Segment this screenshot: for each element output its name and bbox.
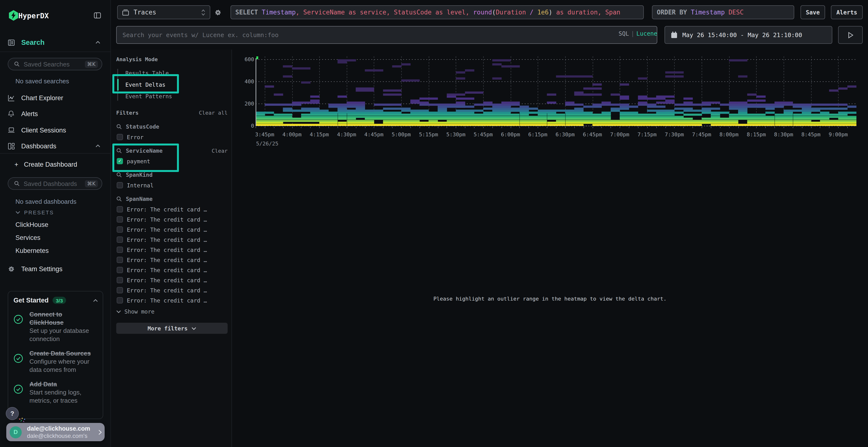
search-icon <box>14 181 20 186</box>
get-started-title: Get Started <box>13 297 49 304</box>
chart-explorer-icon <box>8 94 15 101</box>
filter-option[interactable]: Error: The credit card … <box>116 257 229 263</box>
chevron-up-icon <box>95 41 100 44</box>
search-input[interactable] <box>116 26 657 44</box>
filter-option-label: Error: The credit card … <box>127 287 207 294</box>
chevron-up-icon[interactable] <box>93 299 98 302</box>
unchecked-checkbox[interactable] <box>117 216 123 222</box>
plus-icon: + <box>14 161 18 168</box>
unchecked-checkbox[interactable] <box>117 237 123 243</box>
sql-token: ) <box>549 9 552 16</box>
x-axis-tick-label: 7:15pm <box>633 132 661 138</box>
y-axis-tick-label: 600 <box>232 56 254 63</box>
reader-icon <box>8 39 15 46</box>
unchecked-checkbox[interactable] <box>117 182 123 188</box>
x-axis-tick-label: 3:45pm <box>251 132 278 138</box>
unchecked-checkbox[interactable] <box>117 134 123 140</box>
sidebar-item-search[interactable]: Search <box>0 36 111 49</box>
source-settings-gear-icon[interactable] <box>214 9 222 16</box>
y-axis-tick-label: 200 <box>232 101 254 107</box>
sidebar-item-alerts[interactable]: Alerts <box>0 107 111 120</box>
saved-dashboards-input[interactable]: Saved Dashboards ⌘K <box>8 177 102 190</box>
unchecked-checkbox[interactable] <box>117 227 123 233</box>
filter-group-ServiceName: ServiceNameClear✓payment <box>116 147 229 164</box>
select-clause-input[interactable]: SELECT Timestamp, ServiceName as service… <box>230 5 644 19</box>
filter-option[interactable]: Error: The credit card … <box>116 227 229 233</box>
more-filters-button[interactable]: More filters <box>116 323 227 334</box>
help-button[interactable]: ? <box>6 407 19 420</box>
get-started-item-desc: Set up your database connection <box>29 327 98 343</box>
lucene-mode-label[interactable]: Lucene <box>636 30 657 37</box>
get-started-progress-badge: 3/3 <box>53 297 66 304</box>
unchecked-checkbox[interactable] <box>117 297 123 304</box>
filter-option[interactable]: Error: The credit card … <box>116 237 229 243</box>
filter-option[interactable]: Error: The credit card … <box>116 247 229 253</box>
get-started-item[interactable]: Add DataStart sending logs, metrics, or … <box>13 380 98 405</box>
x-axis-tick-label: 7:00pm <box>606 132 633 138</box>
unchecked-checkbox[interactable] <box>117 247 123 253</box>
show-more-toggle[interactable]: Show more <box>116 308 229 315</box>
source-select-value: Traces <box>133 9 156 16</box>
sidebar-item-team-settings[interactable]: Team Settings <box>0 263 111 275</box>
no-saved-searches-text: No saved searches <box>16 77 69 85</box>
source-select[interactable]: Traces <box>117 5 210 19</box>
filters-panel: Analysis Mode Results TableEvent DeltasE… <box>111 49 232 447</box>
filter-option[interactable]: Error: The credit card … <box>116 287 229 294</box>
filter-group-label: SpanName <box>126 196 227 202</box>
presets-toggle[interactable]: PRESETS <box>16 209 54 215</box>
sidebar-collapse-icon[interactable] <box>94 11 101 19</box>
sql-mode-label[interactable]: SQL <box>618 30 629 37</box>
sidebar-item-client-sessions[interactable]: Client Sessions <box>0 124 111 136</box>
order-by-input[interactable]: ORDER BY Timestamp DESC <box>652 5 794 19</box>
chevron-up-icon <box>95 144 100 147</box>
preset-kubernetes[interactable]: Kubernetes <box>16 247 49 254</box>
filters-title: Filters <box>116 110 138 116</box>
shortcut-badge: ⌘K <box>85 61 98 68</box>
preset-services[interactable]: Services <box>16 234 40 241</box>
filter-option[interactable]: Error: The credit card … <box>116 267 229 273</box>
unchecked-checkbox[interactable] <box>117 206 123 212</box>
unchecked-checkbox[interactable] <box>117 267 123 273</box>
run-query-button[interactable] <box>838 26 863 44</box>
user-menu[interactable]: D dale@clickhouse.com dale@clickhouse.co… <box>6 423 105 441</box>
create-dashboard-button[interactable]: + Create Dashboard <box>14 161 77 168</box>
sidebar-item-label: Alerts <box>21 110 38 117</box>
clear-filter-link[interactable]: Clear <box>212 148 227 154</box>
unchecked-checkbox[interactable] <box>117 257 123 263</box>
filter-group-label: StatusCode <box>126 123 227 130</box>
filter-option[interactable]: Error: The credit card … <box>116 216 229 222</box>
filter-option[interactable]: Error: The credit card … <box>116 277 229 283</box>
sql-token: as duration, Span <box>552 9 620 16</box>
query-language-toggle[interactable]: SQL|Lucene <box>604 30 657 37</box>
analysis-mode-results-table[interactable]: Results Table <box>116 67 229 79</box>
checked-checkbox[interactable]: ✓ <box>117 158 123 164</box>
chevron-down-icon <box>116 310 121 313</box>
clear-all-filters-link[interactable]: Clear all <box>199 110 227 116</box>
unchecked-checkbox[interactable] <box>117 287 123 294</box>
alerts-button[interactable]: Alerts <box>831 5 863 19</box>
sidebar-item-chart-explorer[interactable]: Chart Explorer <box>0 92 111 104</box>
filter-option[interactable]: Error <box>116 134 229 140</box>
filter-option[interactable]: Error: The credit card … <box>116 297 229 304</box>
saved-searches-input[interactable]: Saved Searches ⌘K <box>8 58 102 70</box>
analysis-mode-event-patterns[interactable]: Event Patterns <box>116 91 229 102</box>
filter-option[interactable]: ✓payment <box>116 158 229 164</box>
save-button[interactable]: Save <box>801 5 825 19</box>
unchecked-checkbox[interactable] <box>117 277 123 283</box>
sidebar-item-label: Client Sessions <box>21 127 66 134</box>
sidebar-item-dashboards[interactable]: Dashboards <box>0 140 111 152</box>
filter-option[interactable]: Error: The credit card … <box>116 206 229 212</box>
filter-option[interactable]: Internal <box>116 182 229 188</box>
search-icon <box>14 61 20 67</box>
filter-option-label: Error: The credit card … <box>127 226 207 233</box>
get-started-item[interactable]: Connect to ClickHouseSet up your databas… <box>13 310 98 343</box>
y-axis-tick-label: 0 <box>232 123 254 129</box>
get-started-card: Get Started 3/3 Connect to ClickHouseSet… <box>8 291 103 419</box>
preset-clickhouse[interactable]: ClickHouse <box>16 221 49 228</box>
sql-token: ( <box>492 9 496 16</box>
date-range-picker[interactable]: May 26 15:40:00 - May 26 21:10:00 <box>664 26 832 44</box>
duration-heatmap-canvas[interactable] <box>255 56 857 129</box>
sql-token: round <box>473 9 492 16</box>
analysis-mode-event-deltas[interactable]: Event Deltas <box>116 79 229 91</box>
get-started-item[interactable]: Create Data SourcesConfigure where your … <box>13 349 98 374</box>
